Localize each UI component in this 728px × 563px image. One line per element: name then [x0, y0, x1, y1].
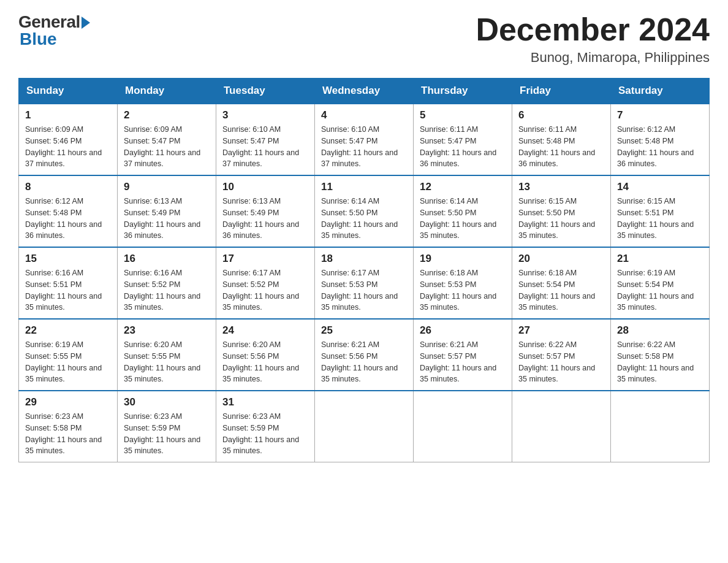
- day-number: 6: [518, 109, 604, 121]
- week-row-4: 22Sunrise: 6:19 AMSunset: 5:55 PMDayligh…: [19, 319, 710, 391]
- day-info: Sunrise: 6:17 AMSunset: 5:52 PMDaylight:…: [222, 267, 308, 313]
- day-number: 10: [222, 181, 308, 193]
- day-number: 17: [222, 253, 308, 265]
- logo-triangle-icon: [82, 17, 90, 29]
- day-info: Sunrise: 6:11 AMSunset: 5:47 PMDaylight:…: [420, 124, 506, 170]
- calendar-cell: 6Sunrise: 6:11 AMSunset: 5:48 PMDaylight…: [512, 104, 611, 175]
- day-info: Sunrise: 6:10 AMSunset: 5:47 PMDaylight:…: [321, 124, 407, 170]
- calendar-cell: 30Sunrise: 6:23 AMSunset: 5:59 PMDayligh…: [118, 391, 216, 462]
- calendar-cell: 26Sunrise: 6:21 AMSunset: 5:57 PMDayligh…: [414, 319, 512, 391]
- day-info: Sunrise: 6:13 AMSunset: 5:49 PMDaylight:…: [124, 196, 210, 242]
- day-info: Sunrise: 6:15 AMSunset: 5:51 PMDaylight:…: [617, 196, 703, 242]
- day-number: 22: [25, 324, 111, 337]
- calendar-cell: 15Sunrise: 6:16 AMSunset: 5:51 PMDayligh…: [19, 247, 118, 319]
- month-title: December 2024: [476, 12, 710, 47]
- calendar-cell: [611, 391, 710, 462]
- calendar-cell: 16Sunrise: 6:16 AMSunset: 5:52 PMDayligh…: [118, 247, 216, 319]
- calendar-cell: 12Sunrise: 6:14 AMSunset: 5:50 PMDayligh…: [414, 175, 512, 247]
- day-info: Sunrise: 6:23 AMSunset: 5:58 PMDaylight:…: [25, 411, 111, 457]
- day-info: Sunrise: 6:10 AMSunset: 5:47 PMDaylight:…: [222, 124, 308, 170]
- calendar-cell: 18Sunrise: 6:17 AMSunset: 5:53 PMDayligh…: [315, 247, 414, 319]
- calendar-cell: 1Sunrise: 6:09 AMSunset: 5:46 PMDaylight…: [19, 104, 118, 175]
- day-info: Sunrise: 6:20 AMSunset: 5:55 PMDaylight:…: [124, 339, 210, 385]
- calendar-cell: 4Sunrise: 6:10 AMSunset: 5:47 PMDaylight…: [315, 104, 414, 175]
- calendar-cell: 24Sunrise: 6:20 AMSunset: 5:56 PMDayligh…: [216, 319, 315, 391]
- calendar-cell: 17Sunrise: 6:17 AMSunset: 5:52 PMDayligh…: [216, 247, 315, 319]
- day-number: 30: [124, 396, 210, 408]
- calendar-cell: 2Sunrise: 6:09 AMSunset: 5:47 PMDaylight…: [118, 104, 216, 175]
- day-info: Sunrise: 6:19 AMSunset: 5:55 PMDaylight:…: [25, 339, 111, 385]
- calendar-cell: 13Sunrise: 6:15 AMSunset: 5:50 PMDayligh…: [512, 175, 611, 247]
- week-row-3: 15Sunrise: 6:16 AMSunset: 5:51 PMDayligh…: [19, 247, 710, 319]
- day-number: 19: [420, 253, 506, 265]
- day-info: Sunrise: 6:09 AMSunset: 5:47 PMDaylight:…: [124, 124, 210, 170]
- column-header-sunday: Sunday: [19, 79, 118, 104]
- day-info: Sunrise: 6:23 AMSunset: 5:59 PMDaylight:…: [124, 411, 210, 457]
- day-number: 8: [25, 181, 111, 193]
- calendar-cell: 10Sunrise: 6:13 AMSunset: 5:49 PMDayligh…: [216, 175, 315, 247]
- day-number: 3: [222, 109, 308, 121]
- day-info: Sunrise: 6:09 AMSunset: 5:46 PMDaylight:…: [25, 124, 111, 170]
- calendar-cell: 29Sunrise: 6:23 AMSunset: 5:58 PMDayligh…: [19, 391, 118, 462]
- day-number: 25: [321, 324, 407, 337]
- calendar-cell: [315, 391, 414, 462]
- day-info: Sunrise: 6:23 AMSunset: 5:59 PMDaylight:…: [222, 411, 308, 457]
- day-info: Sunrise: 6:17 AMSunset: 5:53 PMDaylight:…: [321, 267, 407, 313]
- calendar-cell: 8Sunrise: 6:12 AMSunset: 5:48 PMDaylight…: [19, 175, 118, 247]
- day-info: Sunrise: 6:13 AMSunset: 5:49 PMDaylight:…: [222, 196, 308, 242]
- day-number: 29: [25, 396, 111, 408]
- day-number: 16: [124, 253, 210, 265]
- calendar-cell: 22Sunrise: 6:19 AMSunset: 5:55 PMDayligh…: [19, 319, 118, 391]
- calendar-cell: 21Sunrise: 6:19 AMSunset: 5:54 PMDayligh…: [611, 247, 710, 319]
- day-number: 14: [617, 181, 703, 193]
- calendar-cell: 28Sunrise: 6:22 AMSunset: 5:58 PMDayligh…: [611, 319, 710, 391]
- day-number: 24: [222, 324, 308, 337]
- column-header-wednesday: Wednesday: [315, 79, 414, 104]
- day-number: 4: [321, 109, 407, 121]
- title-section: December 2024 Bunog, Mimaropa, Philippin…: [476, 12, 710, 66]
- calendar-cell: 11Sunrise: 6:14 AMSunset: 5:50 PMDayligh…: [315, 175, 414, 247]
- calendar-cell: 19Sunrise: 6:18 AMSunset: 5:53 PMDayligh…: [414, 247, 512, 319]
- day-number: 9: [124, 181, 210, 193]
- day-number: 23: [124, 324, 210, 337]
- calendar-cell: 27Sunrise: 6:22 AMSunset: 5:57 PMDayligh…: [512, 319, 611, 391]
- column-header-friday: Friday: [512, 79, 611, 104]
- calendar-table: SundayMondayTuesdayWednesdayThursdayFrid…: [18, 78, 710, 462]
- logo: General Blue: [18, 12, 90, 49]
- day-info: Sunrise: 6:20 AMSunset: 5:56 PMDaylight:…: [222, 339, 308, 385]
- day-info: Sunrise: 6:14 AMSunset: 5:50 PMDaylight:…: [321, 196, 407, 242]
- logo-blue-text: Blue: [18, 29, 57, 49]
- day-info: Sunrise: 6:22 AMSunset: 5:57 PMDaylight:…: [518, 339, 604, 385]
- calendar-cell: 3Sunrise: 6:10 AMSunset: 5:47 PMDaylight…: [216, 104, 315, 175]
- day-info: Sunrise: 6:21 AMSunset: 5:57 PMDaylight:…: [420, 339, 506, 385]
- page-header: General Blue December 2024 Bunog, Mimaro…: [18, 12, 710, 66]
- day-info: Sunrise: 6:15 AMSunset: 5:50 PMDaylight:…: [518, 196, 604, 242]
- day-info: Sunrise: 6:22 AMSunset: 5:58 PMDaylight:…: [617, 339, 703, 385]
- calendar-cell: [512, 391, 611, 462]
- day-number: 15: [25, 253, 111, 265]
- location-title: Bunog, Mimaropa, Philippines: [476, 50, 710, 66]
- day-info: Sunrise: 6:16 AMSunset: 5:51 PMDaylight:…: [25, 267, 111, 313]
- calendar-cell: 23Sunrise: 6:20 AMSunset: 5:55 PMDayligh…: [118, 319, 216, 391]
- calendar-cell: 20Sunrise: 6:18 AMSunset: 5:54 PMDayligh…: [512, 247, 611, 319]
- column-header-saturday: Saturday: [611, 79, 710, 104]
- day-info: Sunrise: 6:12 AMSunset: 5:48 PMDaylight:…: [617, 124, 703, 170]
- day-number: 7: [617, 109, 703, 121]
- day-info: Sunrise: 6:19 AMSunset: 5:54 PMDaylight:…: [617, 267, 703, 313]
- day-number: 11: [321, 181, 407, 193]
- calendar-cell: 14Sunrise: 6:15 AMSunset: 5:51 PMDayligh…: [611, 175, 710, 247]
- column-header-monday: Monday: [118, 79, 216, 104]
- day-number: 28: [617, 324, 703, 337]
- day-number: 2: [124, 109, 210, 121]
- column-header-thursday: Thursday: [414, 79, 512, 104]
- day-number: 21: [617, 253, 703, 265]
- calendar-cell: 7Sunrise: 6:12 AMSunset: 5:48 PMDaylight…: [611, 104, 710, 175]
- day-info: Sunrise: 6:18 AMSunset: 5:53 PMDaylight:…: [420, 267, 506, 313]
- day-number: 13: [518, 181, 604, 193]
- calendar-cell: [414, 391, 512, 462]
- day-info: Sunrise: 6:11 AMSunset: 5:48 PMDaylight:…: [518, 124, 604, 170]
- day-number: 27: [518, 324, 604, 337]
- day-info: Sunrise: 6:18 AMSunset: 5:54 PMDaylight:…: [518, 267, 604, 313]
- day-info: Sunrise: 6:16 AMSunset: 5:52 PMDaylight:…: [124, 267, 210, 313]
- calendar-cell: 31Sunrise: 6:23 AMSunset: 5:59 PMDayligh…: [216, 391, 315, 462]
